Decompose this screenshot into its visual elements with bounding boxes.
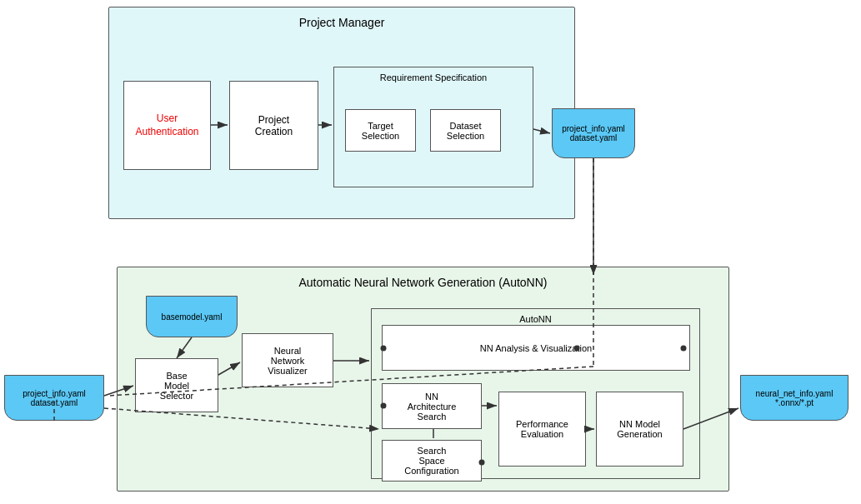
neural-net-output-label: neural_net_info.yaml*.onnx/*.pt xyxy=(756,389,833,407)
base-model-selector-box: Base ModelSelector xyxy=(135,358,218,412)
nn-analysis-label: NN Analysis & Visualization xyxy=(480,343,592,353)
target-sel-box: TargetSelection xyxy=(345,109,416,152)
base-model-selector-label: Base ModelSelector xyxy=(157,371,198,401)
nn-model-gen-label: NN ModelGeneration xyxy=(617,419,662,439)
target-sel-label: TargetSelection xyxy=(362,121,399,141)
neural-net-output-doc: neural_net_info.yaml*.onnx/*.pt xyxy=(740,375,848,421)
nn-visualizer-box: Neural NetworkVisualizer xyxy=(242,333,333,387)
output-doc-top: project_info.yamldataset.yaml xyxy=(552,108,635,158)
dataset-sel-box: DatasetSelection xyxy=(430,109,501,152)
nn-analysis-box: NN Analysis & Visualization xyxy=(382,325,690,371)
basemodel-doc: basemodel.yaml xyxy=(146,296,238,337)
search-space-box: Search SpaceConfiguration xyxy=(382,440,482,482)
nn-model-gen-box: NN ModelGeneration xyxy=(596,392,683,467)
nn-arch-search-box: NN ArchitectureSearch xyxy=(382,383,482,429)
project-creation-box: Project Creation xyxy=(229,81,318,170)
user-auth-label: UserAuthentication xyxy=(135,112,198,140)
nn-visualizer-label: Neural NetworkVisualizer xyxy=(265,346,310,376)
req-spec-title: Requirement Specification xyxy=(380,72,487,82)
user-auth-box: UserAuthentication xyxy=(123,81,211,170)
input-doc-bottom-label: project_info.yamldataset.yaml xyxy=(23,389,86,407)
diagram-container: Project Manager UserAuthentication Proje… xyxy=(0,0,861,504)
output-doc-top-label: project_info.yamldataset.yaml xyxy=(562,124,625,142)
search-space-label: Search SpaceConfiguration xyxy=(404,446,458,476)
project-creation-label: Project Creation xyxy=(252,114,296,137)
perf-eval-label: PerformanceEvaluation xyxy=(516,419,568,439)
input-doc-bottom: project_info.yamldataset.yaml xyxy=(4,375,104,421)
nn-arch-search-label: NN ArchitectureSearch xyxy=(408,392,457,422)
autonn-inner-title: AutoNN xyxy=(519,314,552,324)
project-manager-title: Project Manager xyxy=(299,16,385,29)
dataset-sel-label: DatasetSelection xyxy=(447,121,484,141)
basemodel-doc-label: basemodel.yaml xyxy=(162,312,223,322)
perf-eval-box: PerformanceEvaluation xyxy=(498,392,586,467)
autonn-outer-title: Automatic Neural Network Generation (Aut… xyxy=(298,276,547,289)
